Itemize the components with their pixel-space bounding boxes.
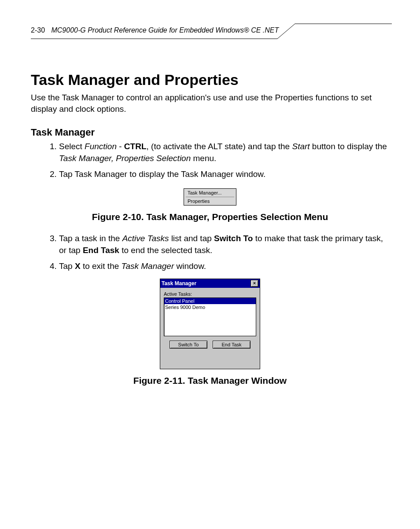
close-icon[interactable]: ×: [251, 280, 258, 287]
button-row: Switch To End Task: [164, 341, 256, 349]
section-title: Task Manager and Properties: [31, 71, 389, 88]
context-menu: Task Manager... Properties: [184, 188, 236, 206]
header-rule: [31, 39, 389, 49]
end-task-button[interactable]: End Task: [213, 341, 251, 349]
menu-item-properties[interactable]: Properties: [184, 197, 236, 205]
step-4: Tap X to exit the Task Manager window.: [59, 261, 389, 272]
step-3: Tap a task in the Active Tasks list and …: [59, 233, 389, 256]
window-body: Active Tasks: Control Panel Series 9000 …: [160, 288, 260, 369]
active-tasks-list[interactable]: Control Panel Series 9000 Demo: [164, 298, 256, 336]
step-1: Select Function - CTRL, (to activate the…: [59, 141, 389, 164]
window-title-bar: Task Manager ×: [160, 279, 260, 288]
figure-2-10-caption: Figure 2-10. Task Manager, Properties Se…: [31, 212, 389, 222]
window-title: Task Manager: [162, 280, 196, 287]
task-manager-heading: Task Manager: [31, 127, 389, 138]
active-tasks-label: Active Tasks:: [164, 291, 256, 297]
task-manager-window: Task Manager × Active Tasks: Control Pan…: [160, 279, 260, 369]
list-item[interactable]: Control Panel: [164, 298, 256, 304]
list-item[interactable]: Series 9000 Demo: [164, 304, 256, 310]
figure-2-11-caption: Figure 2-11. Task Manager Window: [31, 375, 389, 386]
menu-item-task-manager[interactable]: Task Manager...: [184, 189, 236, 197]
section-intro: Use the Task Manager to control an appli…: [31, 92, 389, 114]
document-page: 2-30 MC9000-G Product Reference Guide fo…: [0, 0, 420, 529]
step-2: Tap Task Manager to display the Task Man…: [59, 169, 389, 180]
switch-to-button[interactable]: Switch To: [169, 341, 207, 349]
